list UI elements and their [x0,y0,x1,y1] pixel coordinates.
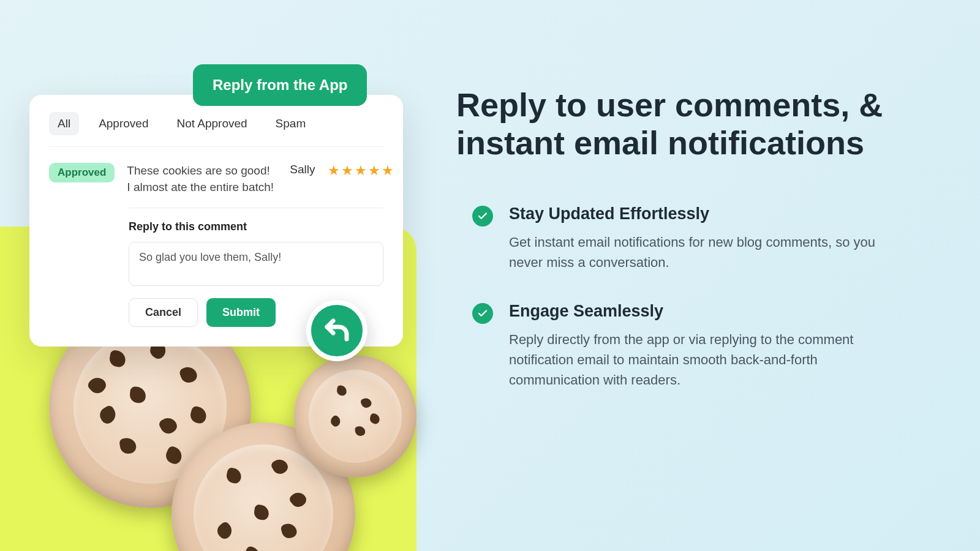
tab-not-approved[interactable]: Not Approved [168,112,255,135]
tab-spam[interactable]: Spam [267,112,315,135]
reply-from-app-pill: Reply from the App [193,64,367,106]
headline: Reply to user comments, & instant email … [456,86,922,162]
status-badge: Approved [49,163,115,182]
tab-all[interactable]: All [49,112,79,135]
tab-approved[interactable]: Approved [90,112,157,135]
marketing-copy: Reply to user comments, & instant email … [456,86,922,419]
comment-author: Sally [290,163,315,176]
reply-fab[interactable] [306,300,368,361]
star-rating: ★★★★★ [328,163,395,179]
feature-item: Stay Updated Effortlessly Get instant em… [456,204,922,272]
submit-button[interactable]: Submit [206,298,276,327]
feature-title: Engage Seamlessly [509,302,889,321]
filter-tabs: All Approved Not Approved Spam [49,112,383,147]
feature-desc: Get instant email notifications for new … [509,232,889,272]
feature-item: Engage Seamlessly Reply directly from th… [456,302,922,390]
check-icon [472,303,493,324]
reply-label: Reply to this comment [129,220,383,233]
reply-arrow-icon [322,316,352,345]
cancel-button[interactable]: Cancel [129,298,198,327]
comment-text: These cookies are so good! I almost ate … [127,163,274,195]
feature-title: Stay Updated Effortlessly [509,204,889,223]
reply-input[interactable] [129,242,383,286]
check-icon [472,206,493,227]
feature-desc: Reply directly from the app or via reply… [509,329,889,390]
comment-row: Approved These cookies are so good! I al… [49,147,383,195]
